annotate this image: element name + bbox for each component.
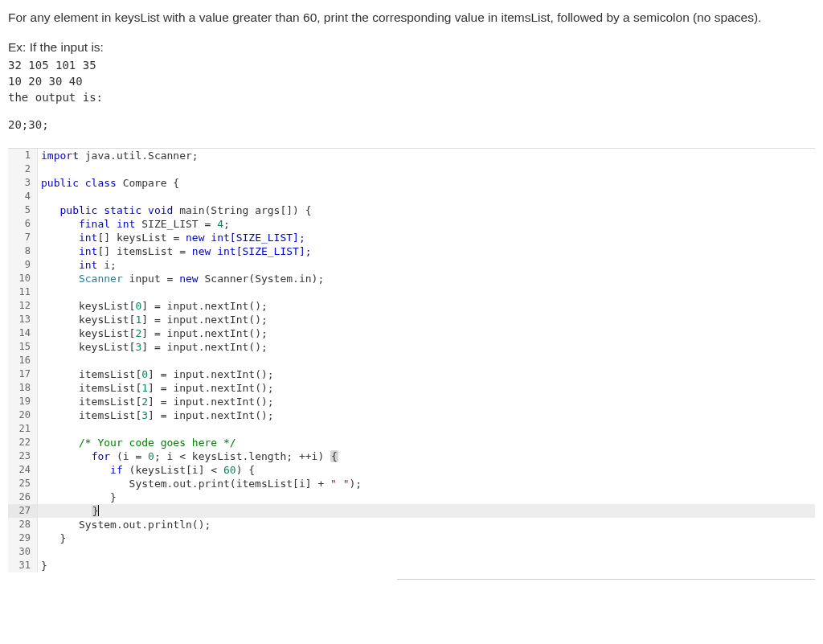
code-text[interactable]: public static void main(String args[]) { — [38, 203, 815, 217]
line-number: 9 — [8, 258, 38, 272]
line-number: 11 — [8, 285, 38, 299]
code-text[interactable]: int[] keysList = new int[SIZE_LIST]; — [38, 231, 815, 244]
line-number: 20 — [8, 408, 38, 422]
code-line[interactable]: 25 System.out.print(itemsList[i] + " "); — [8, 477, 815, 490]
code-line-active[interactable]: 27 } — [8, 504, 815, 518]
line-number: 14 — [8, 326, 38, 340]
code-text[interactable]: } — [38, 531, 815, 545]
code-line[interactable]: 23 for (i = 0; i < keysList.length; ++i)… — [8, 449, 815, 463]
text-caret — [98, 505, 99, 516]
code-text[interactable]: for (i = 0; i < keysList.length; ++i) { — [38, 449, 815, 463]
code-text[interactable]: itemsList[1] = input.nextInt(); — [38, 381, 815, 395]
problem-statement: For any element in keysList with a value… — [8, 8, 815, 133]
code-text[interactable] — [38, 190, 815, 203]
code-text[interactable]: keysList[0] = input.nextInt(); — [38, 299, 815, 313]
code-line[interactable]: 18 itemsList[1] = input.nextInt(); — [8, 381, 815, 395]
code-text[interactable]: } — [38, 504, 815, 518]
code-text[interactable]: /* Your code goes here */ — [38, 436, 815, 449]
code-line[interactable]: 29 } — [8, 531, 815, 545]
code-line[interactable]: 2 — [8, 162, 815, 176]
code-text[interactable]: keysList[1] = input.nextInt(); — [38, 313, 815, 326]
line-number: 12 — [8, 299, 38, 313]
code-line[interactable]: 22 /* Your code goes here */ — [8, 436, 815, 449]
code-text[interactable]: } — [38, 490, 815, 504]
code-line[interactable]: 5 public static void main(String args[])… — [8, 203, 815, 217]
line-number: 13 — [8, 313, 38, 326]
line-number: 6 — [8, 217, 38, 231]
line-number: 24 — [8, 463, 38, 477]
code-line[interactable]: 15 keysList[3] = input.nextInt(); — [8, 340, 815, 354]
code-text[interactable]: itemsList[3] = input.nextInt(); — [38, 408, 815, 422]
code-line[interactable]: 21 — [8, 422, 815, 436]
code-editor[interactable]: 1 import java.util.Scanner; 2 3 public c… — [8, 148, 815, 572]
divider — [397, 579, 815, 580]
example-input-line2: 10 20 30 40 — [8, 73, 815, 89]
line-number: 19 — [8, 395, 38, 408]
code-text[interactable] — [38, 422, 815, 436]
code-line[interactable]: 4 — [8, 190, 815, 203]
line-number: 29 — [8, 531, 38, 545]
code-line[interactable]: 24 if (keysList[i] < 60) { — [8, 463, 815, 477]
line-number: 5 — [8, 203, 38, 217]
code-line[interactable]: 11 — [8, 285, 815, 299]
line-number: 18 — [8, 381, 38, 395]
line-number: 22 — [8, 436, 38, 449]
code-text[interactable]: import java.util.Scanner; — [38, 149, 815, 162]
example-intro: Ex: If the input is: — [8, 38, 815, 56]
code-line[interactable]: 20 itemsList[3] = input.nextInt(); — [8, 408, 815, 422]
line-number: 30 — [8, 545, 38, 559]
code-line[interactable]: 19 itemsList[2] = input.nextInt(); — [8, 395, 815, 408]
code-line[interactable]: 1 import java.util.Scanner; — [8, 149, 815, 162]
code-line[interactable]: 9 int i; — [8, 258, 815, 272]
line-number: 23 — [8, 449, 38, 463]
code-text[interactable]: System.out.print(itemsList[i] + " "); — [38, 477, 815, 490]
line-number: 16 — [8, 354, 38, 367]
example-output-intro: the output is: — [8, 89, 815, 105]
example-block: Ex: If the input is: 32 105 101 35 10 20… — [8, 38, 815, 133]
code-line[interactable]: 8 int[] itemsList = new int[SIZE_LIST]; — [8, 244, 815, 258]
line-number: 27 — [8, 504, 38, 518]
code-line[interactable]: 13 keysList[1] = input.nextInt(); — [8, 313, 815, 326]
line-number: 1 — [8, 149, 38, 162]
code-text[interactable]: int i; — [38, 258, 815, 272]
code-text[interactable]: itemsList[0] = input.nextInt(); — [38, 367, 815, 381]
code-line[interactable]: 28 System.out.println(); — [8, 518, 815, 531]
code-line[interactable]: 7 int[] keysList = new int[SIZE_LIST]; — [8, 231, 815, 244]
code-line[interactable]: 26 } — [8, 490, 815, 504]
line-number: 28 — [8, 518, 38, 531]
line-number: 17 — [8, 367, 38, 381]
code-text[interactable] — [38, 354, 815, 367]
code-line[interactable]: 10 Scanner input = new Scanner(System.in… — [8, 272, 815, 285]
code-line[interactable]: 12 keysList[0] = input.nextInt(); — [8, 299, 815, 313]
code-text[interactable]: keysList[3] = input.nextInt(); — [38, 340, 815, 354]
code-text[interactable]: keysList[2] = input.nextInt(); — [38, 326, 815, 340]
example-output: 20;30; — [8, 117, 815, 133]
code-text[interactable]: if (keysList[i] < 60) { — [38, 463, 815, 477]
code-line[interactable]: 17 itemsList[0] = input.nextInt(); — [8, 367, 815, 381]
code-text[interactable]: } — [38, 559, 815, 572]
code-text[interactable]: Scanner input = new Scanner(System.in); — [38, 272, 815, 285]
code-text[interactable] — [38, 545, 815, 559]
code-text[interactable]: public class Compare { — [38, 176, 815, 190]
code-line[interactable]: 14 keysList[2] = input.nextInt(); — [8, 326, 815, 340]
code-line[interactable]: 30 — [8, 545, 815, 559]
problem-description: For any element in keysList with a value… — [8, 8, 815, 27]
line-number: 3 — [8, 176, 38, 190]
code-text[interactable]: itemsList[2] = input.nextInt(); — [38, 395, 815, 408]
code-line[interactable]: 3 public class Compare { — [8, 176, 815, 190]
code-line[interactable]: 31 } — [8, 559, 815, 572]
code-line[interactable]: 6 final int SIZE_LIST = 4; — [8, 217, 815, 231]
code-line[interactable]: 16 — [8, 354, 815, 367]
line-number: 2 — [8, 162, 38, 176]
code-text[interactable] — [38, 162, 815, 176]
line-number: 10 — [8, 272, 38, 285]
line-number: 8 — [8, 244, 38, 258]
line-number: 31 — [8, 559, 38, 572]
line-number: 25 — [8, 477, 38, 490]
line-number: 21 — [8, 422, 38, 436]
code-text[interactable]: System.out.println(); — [38, 518, 815, 531]
line-number: 26 — [8, 490, 38, 504]
code-text[interactable] — [38, 285, 815, 299]
code-text[interactable]: int[] itemsList = new int[SIZE_LIST]; — [38, 244, 815, 258]
code-text[interactable]: final int SIZE_LIST = 4; — [38, 217, 815, 231]
